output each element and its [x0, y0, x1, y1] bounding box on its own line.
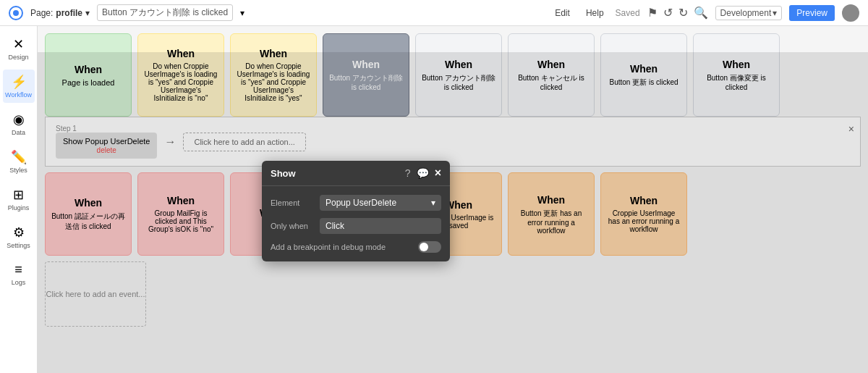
modal-header-icons: ? 💬 × [405, 167, 441, 180]
topnav: Page: profile ▾ Button アカウント削除 is clicke… [0, 0, 868, 26]
modal-element-row: Element Popup UserDelete ▾ [271, 195, 441, 211]
edit-button[interactable]: Edit [550, 7, 574, 20]
dev-mode-selector[interactable]: Development ▾ [715, 6, 783, 20]
sidebar-label-plugins: Plugins [8, 204, 30, 211]
modal-close-btn[interactable]: × [435, 167, 441, 180]
data-icon: ◉ [13, 112, 25, 127]
sidebar-label-styles: Styles [9, 167, 27, 174]
modal-body: Element Popup UserDelete ▾ Only when Add… [262, 186, 450, 261]
design-icon: ✕ [13, 36, 24, 52]
user-avatar[interactable] [842, 4, 859, 22]
page-dropdown-arrow[interactable]: ▾ [85, 8, 90, 18]
sidebar-item-logs[interactable]: ≡ Logs [3, 258, 35, 290]
element-label: Element [271, 198, 314, 207]
modal-help-btn[interactable]: ? [405, 167, 411, 179]
modal-only-when-row: Only when [271, 218, 441, 234]
sidebar: ✕ Design ⚡ Workflow ◉ Data ✏️ Styles ⊞ P… [0, 26, 38, 373]
element-dropdown-arrow: ▾ [431, 198, 435, 208]
sidebar-item-settings[interactable]: ⚙ Settings [3, 220, 35, 253]
modal-header: Show ? 💬 × [262, 161, 450, 186]
undo-button[interactable]: ↺ [663, 6, 673, 20]
modal-comment-btn[interactable]: 💬 [417, 167, 429, 179]
topnav-icons: ⚑ ↺ ↻ 🔍 [647, 6, 708, 20]
sidebar-item-plugins[interactable]: ⊞ Plugins [3, 183, 35, 216]
modal-debug-row: Add a breakpoint in debug mode [271, 241, 441, 253]
preview-button[interactable]: Preview [789, 5, 835, 21]
saved-status: Saved [616, 8, 640, 18]
element-select[interactable]: Popup UserDelete ▾ [320, 195, 441, 211]
only-when-label: Only when [271, 222, 314, 230]
show-modal: Show ? 💬 × Element Popup UserDelete ▾ On… [262, 161, 450, 261]
button-trigger-label: Button アカウント削除 is clicked [97, 4, 233, 21]
sidebar-label-data: Data [12, 129, 25, 136]
sidebar-label-design: Design [8, 54, 28, 61]
sidebar-item-styles[interactable]: ✏️ Styles [3, 145, 35, 178]
dev-arrow: ▾ [773, 8, 777, 18]
workflow-icon: ⚡ [11, 74, 27, 90]
flag-icon-btn[interactable]: ⚑ [647, 6, 658, 20]
sidebar-label-logs: Logs [12, 279, 26, 286]
element-value: Popup UserDelete [326, 198, 396, 208]
sidebar-item-data[interactable]: ◉ Data [3, 107, 35, 141]
redo-button[interactable]: ↻ [678, 6, 688, 20]
sidebar-label-settings: Settings [7, 242, 30, 249]
button-trigger-arrow[interactable]: ▾ [240, 8, 244, 18]
sidebar-item-workflow[interactable]: ⚡ Workflow [3, 70, 35, 103]
logs-icon: ≡ [14, 262, 22, 277]
logo-icon [9, 6, 23, 20]
sidebar-item-design[interactable]: ✕ Design [3, 32, 35, 65]
settings-icon: ⚙ [13, 225, 25, 240]
page-label: Page: [30, 8, 53, 18]
plugins-icon: ⊞ [13, 187, 24, 203]
page-name: profile [56, 8, 82, 18]
dev-label: Development [720, 8, 772, 18]
sidebar-label-workflow: Workflow [5, 91, 32, 99]
page-selector[interactable]: Page: profile ▾ [30, 8, 90, 18]
main-content: When Page is loaded When Do when Croppie… [38, 26, 868, 373]
styles-icon: ✏️ [11, 149, 27, 165]
debug-toggle[interactable] [418, 241, 441, 253]
modal-title: Show [271, 168, 296, 179]
only-when-input[interactable] [320, 218, 441, 234]
svg-point-1 [13, 10, 19, 16]
debug-label: Add a breakpoint in debug mode [271, 243, 386, 251]
help-button[interactable]: Help [582, 7, 608, 20]
modal-overlay[interactable]: Show ? 💬 × Element Popup UserDelete ▾ On… [38, 52, 868, 373]
search-button[interactable]: 🔍 [694, 6, 708, 20]
